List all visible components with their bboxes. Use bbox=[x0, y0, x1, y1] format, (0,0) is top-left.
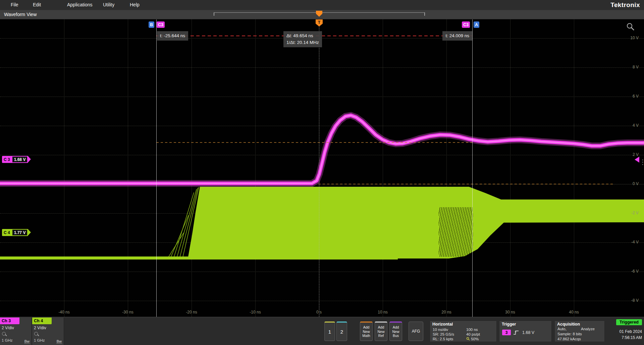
x-axis-label: -20 ns bbox=[181, 310, 202, 314]
y-axis-label: 2 V bbox=[620, 152, 639, 157]
y-axis-label: 10 V bbox=[620, 36, 639, 40]
horizontal-scale: 10 ns/div bbox=[433, 328, 448, 332]
y-axis-label: -8 V bbox=[620, 298, 639, 303]
delta-t: Δt: 49.654 ns bbox=[286, 33, 319, 39]
view-button-1[interactable]: 1 bbox=[324, 322, 335, 341]
ch4-level-label: C 4 bbox=[2, 229, 12, 236]
acquisition-count: 47.862 kAcqs bbox=[557, 337, 581, 341]
add-new-math-button[interactable]: Add New Math bbox=[360, 322, 373, 341]
x-axis-label: 40 ns bbox=[563, 310, 585, 314]
zoom-icon[interactable] bbox=[626, 22, 635, 32]
ch4-bw-limit-badge: Bw bbox=[56, 339, 62, 344]
menu-item-file[interactable]: File bbox=[11, 2, 18, 7]
trigger-panel[interactable]: Trigger 3 1.68 V bbox=[499, 321, 552, 342]
tab-bar: Waveform View bbox=[0, 10, 644, 19]
probe-icon bbox=[34, 332, 38, 336]
rising-edge-icon bbox=[513, 330, 520, 336]
trigger-position-marker-icon[interactable] bbox=[316, 11, 322, 17]
view-button-2[interactable]: 2 bbox=[336, 322, 347, 341]
horizontal-position: 50% bbox=[466, 337, 479, 341]
ch3-level-pointer-icon bbox=[28, 156, 31, 163]
trigger-level-arrow-icon[interactable] bbox=[635, 157, 639, 163]
ch4-waveform[interactable] bbox=[0, 187, 644, 260]
cursor-b-readout: t: -25.644 ns bbox=[157, 31, 188, 41]
menu-item-edit[interactable]: Edit bbox=[33, 2, 41, 7]
menu-item-help[interactable]: Help bbox=[130, 2, 140, 7]
add-new-bus-button[interactable]: Add New Bus bbox=[389, 322, 402, 341]
tektronix-logo: Tektronix bbox=[610, 1, 640, 9]
cursor-a-source-badge[interactable]: C3 bbox=[462, 21, 470, 28]
horizontal-zoom-percent: 50% bbox=[471, 337, 479, 341]
x-axis-label: -30 ns bbox=[117, 310, 139, 314]
ch4-level-value: 1.77 V bbox=[12, 229, 28, 236]
acquisition-sample: Sample: 8 bits bbox=[557, 332, 582, 336]
ch3-bandwidth: 1 GHz bbox=[2, 338, 13, 342]
cursor-a-badge[interactable]: A bbox=[474, 21, 479, 28]
ch4-bandwidth: 1 GHz bbox=[34, 338, 45, 342]
cursor-line-b[interactable] bbox=[156, 19, 157, 317]
trigger-position-line[interactable] bbox=[319, 26, 319, 317]
acquisition-analyze: Analyze bbox=[581, 327, 595, 331]
trigger-level: 1.68 V bbox=[522, 330, 534, 335]
ch3-scale: 2 V/div bbox=[2, 326, 14, 330]
ch3-waveform[interactable] bbox=[0, 115, 644, 183]
status-block: Triggered 01 Feb 2024 7:56:15 AM bbox=[608, 317, 644, 345]
control-bar: Ch 3 2 V/div 1 GHz Bw Ch 4 2 V/div 1 GHz… bbox=[0, 317, 644, 345]
cursor-b-source-badge[interactable]: C3 bbox=[157, 21, 165, 28]
horizontal-record-len: RL: 2.5 kpts bbox=[433, 337, 453, 341]
menu-item-applications[interactable]: Applications bbox=[67, 2, 93, 7]
x-axis-label: -40 ns bbox=[53, 310, 75, 314]
probe-icon bbox=[2, 332, 6, 336]
ch3-level-badge[interactable]: C 3 1.68 V bbox=[2, 156, 31, 163]
persistence-hatch bbox=[439, 207, 473, 257]
y-axis-label: 8 V bbox=[620, 65, 639, 69]
ch3-level-label: C 3 bbox=[2, 156, 12, 163]
horizontal-sample-rate: SR: 25 GS/s bbox=[433, 332, 454, 336]
cursor-b-badge[interactable]: B bbox=[149, 21, 154, 28]
ch4-level-badge[interactable]: C 4 1.77 V bbox=[2, 229, 31, 236]
delta-readout: Δt: 49.654 ns 1/Δt: 20.14 MHz bbox=[283, 31, 322, 47]
trigger-title: Trigger bbox=[502, 322, 516, 327]
status-time: 7:56:15 AM bbox=[622, 335, 642, 340]
horizontal-title: Horizontal bbox=[432, 322, 453, 327]
inverse-delta-t: 1/Δt: 20.14 MHz bbox=[286, 39, 319, 46]
horizontal-window: 100 ns bbox=[466, 328, 478, 332]
x-axis-label: 0 s bbox=[308, 310, 330, 314]
y-axis-label: 0 V bbox=[620, 181, 639, 186]
ch4-scale: 2 V/div bbox=[34, 326, 46, 330]
afg-button[interactable]: AFG bbox=[409, 322, 423, 341]
acquisition-panel[interactable]: Acquisition Auto, Analyze Sample: 8 bits… bbox=[554, 321, 605, 342]
waveform-view-tab[interactable]: Waveform View bbox=[4, 12, 37, 17]
waveform-canvas bbox=[0, 19, 644, 317]
y-axis-label: -2 V bbox=[620, 211, 639, 215]
ch4-name: Ch 4 bbox=[32, 318, 52, 324]
trigger-source-chip: 3 bbox=[502, 330, 511, 335]
y-axis-label: -6 V bbox=[620, 269, 639, 274]
ch3-level-value: 1.68 V bbox=[12, 156, 28, 163]
ch3-name: Ch 3 bbox=[0, 318, 19, 324]
x-axis-label: -10 ns bbox=[245, 310, 266, 314]
acquisition-title: Acquisition bbox=[557, 322, 580, 327]
ch4-level-pointer-icon bbox=[28, 229, 31, 236]
horizontal-panel[interactable]: Horizontal 10 ns/div SR: 25 GS/s RL: 2.5… bbox=[430, 321, 497, 342]
y-axis-label: -4 V bbox=[620, 240, 639, 244]
menu-item-utility[interactable]: Utility bbox=[103, 2, 114, 7]
x-axis-label: 30 ns bbox=[499, 310, 521, 314]
acquisition-mode: Auto, bbox=[557, 327, 567, 331]
magnifier-icon bbox=[466, 337, 470, 341]
y-axis-label: 4 V bbox=[620, 123, 639, 128]
ch3-bw-limit-badge: Bw bbox=[24, 339, 30, 344]
x-axis-label: 20 ns bbox=[436, 310, 457, 314]
menu-bar: File Edit Applications Utility Help Tekt… bbox=[0, 0, 644, 10]
horizontal-resolution: 40 ps/pt bbox=[466, 332, 480, 336]
ch4-block[interactable]: Ch 4 2 V/div 1 GHz Bw bbox=[32, 318, 64, 345]
add-new-ref-button[interactable]: Add New Ref bbox=[375, 322, 387, 341]
drag-grip-icon[interactable]: ⋮ bbox=[639, 160, 644, 164]
triggered-status-badge: Triggered bbox=[616, 319, 642, 325]
status-date: 01 Feb 2024 bbox=[620, 329, 642, 334]
ch3-block[interactable]: Ch 3 2 V/div 1 GHz Bw bbox=[0, 318, 32, 345]
y-axis-label: 6 V bbox=[620, 94, 639, 99]
waveform-display: B C3 C3 A T t: -25.644 ns Δt: 49.654 ns … bbox=[0, 19, 644, 317]
cursor-line-a[interactable] bbox=[472, 19, 473, 317]
x-axis-label: 10 ns bbox=[372, 310, 393, 314]
